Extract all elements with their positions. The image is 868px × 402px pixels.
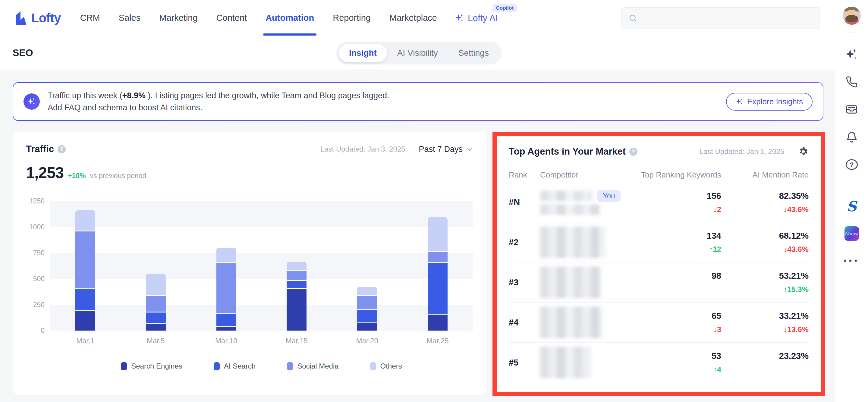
tab-settings[interactable]: Settings (448, 44, 499, 62)
bar-segment-others (216, 248, 236, 262)
mention-delta: ↓43.6% (721, 245, 809, 254)
bar-segment-ai-search (357, 310, 377, 322)
bar-segment-search-engines (216, 327, 236, 331)
mention-delta: - (721, 365, 809, 374)
x-tick: Mar.15 (277, 337, 316, 345)
divider (845, 186, 858, 186)
lofty-logo[interactable]: Lofty (14, 11, 61, 25)
bar-segment-search-engines (357, 323, 377, 331)
top-agents-header-right: Last Updated: Jan 1, 2025 (699, 146, 809, 157)
bar-group-mar-15[interactable] (287, 201, 307, 331)
tab-ai-visibility[interactable]: AI Visibility (387, 44, 448, 62)
top-agents-header: Top Agents in Your Market ? Last Updated… (509, 146, 809, 157)
legend-search-engines[interactable]: Search Engines (121, 362, 182, 370)
bar-segment-search-engines (146, 324, 166, 331)
bar-segment-social-media (428, 252, 447, 262)
explore-insights-button[interactable]: Explore Insights (726, 93, 812, 111)
column-ai-mention-rate: AI Mention Rate (721, 170, 809, 180)
keywords-delta: ↓3 (631, 325, 721, 334)
x-tick: Mar.25 (418, 337, 457, 345)
phone-icon[interactable] (846, 76, 858, 88)
keywords-delta: - (631, 285, 721, 294)
table-row: #4 65 ↓3 33.21% ↓13.6% (509, 302, 809, 342)
date-range-dropdown[interactable]: Past 7 Days (418, 145, 473, 154)
rank-cell: #N (509, 197, 540, 207)
avatar[interactable] (843, 7, 861, 25)
mention-cell: 68.12% ↓43.6% (721, 231, 809, 254)
nav-item-crm[interactable]: CRM (80, 10, 101, 26)
legend-others[interactable]: Others (370, 362, 402, 370)
bar-group-mar-20[interactable] (357, 201, 377, 331)
keywords-value: 156 (631, 191, 721, 201)
mention-cell: 82.35% ↓43.6% (721, 191, 809, 214)
legend-social-media[interactable]: Social Media (287, 362, 338, 370)
y-tick: 500 (33, 275, 44, 283)
copilot-badge: Copilot (493, 4, 518, 12)
notification-bell-icon[interactable] (845, 131, 858, 144)
canva-icon[interactable]: Canva (844, 226, 859, 241)
bar-group-mar-5[interactable] (146, 201, 166, 331)
competitor-cell (540, 267, 631, 298)
column-rank: Rank (509, 170, 540, 180)
more-options-icon[interactable]: ••• (844, 256, 860, 266)
bar-segment-ai-search (146, 312, 166, 323)
top-agents-last-updated: Last Updated: Jan 1, 2025 (699, 147, 784, 156)
keywords-value: 53 (631, 351, 721, 361)
table-header: Rank Competitor Top Ranking Keywords AI … (509, 170, 809, 183)
gear-icon[interactable] (798, 146, 809, 157)
inbox-icon[interactable] (845, 103, 858, 116)
main-nav: CRM Sales Marketing Content Automation R… (80, 10, 438, 26)
nav-item-content[interactable]: Content (216, 10, 248, 26)
global-search[interactable] (621, 7, 820, 29)
search-input[interactable] (642, 13, 813, 23)
mention-delta: ↑15.3% (721, 285, 809, 294)
table-row: #2 134 ↑12 68.12% ↓43.6% (509, 222, 809, 262)
bar-segment-others (357, 287, 377, 295)
nav-item-marketplace[interactable]: Marketplace (389, 10, 438, 26)
help-icon[interactable]: ? (845, 158, 858, 171)
bar-group-mar-25[interactable] (428, 201, 447, 331)
bar-segment-others (146, 274, 166, 295)
legend-swatch (370, 362, 376, 370)
bar-segment-social-media (75, 231, 95, 288)
mention-cell: 53.21% ↑15.3% (721, 271, 809, 294)
keywords-value: 134 (631, 231, 721, 241)
nav-item-reporting[interactable]: Reporting (332, 10, 371, 26)
brand-name: Lofty (31, 11, 61, 25)
traffic-chart: 1250 1000 750 500 250 0 (26, 201, 473, 331)
x-tick: Mar.10 (207, 337, 246, 345)
bar-segment-search-engines (428, 315, 447, 331)
ai-assistant-icon[interactable] (845, 48, 858, 61)
column-competitor: Competitor (540, 170, 631, 180)
bar-group-mar-10[interactable] (216, 201, 236, 331)
help-icon[interactable]: ? (58, 145, 66, 153)
bar-segment-others (428, 217, 447, 251)
legend-label: Search Engines (131, 362, 182, 370)
rank-cell: #4 (509, 318, 540, 328)
nav-item-sales[interactable]: Sales (118, 10, 141, 26)
nav-item-marketing[interactable]: Marketing (158, 10, 198, 26)
keywords-cell: 134 ↑12 (631, 231, 721, 254)
bar-segment-ai-search (428, 263, 447, 314)
nav-item-lofty-ai[interactable]: Lofty AI Copilot (455, 13, 498, 23)
tab-insight[interactable]: Insight (339, 44, 387, 62)
help-icon[interactable]: ? (629, 148, 638, 156)
competitor-cell (540, 227, 631, 258)
ai-sparkle-icon (24, 93, 40, 110)
bars (50, 201, 473, 331)
canva-label: Canva (845, 231, 858, 236)
legend-label: AI Search (224, 362, 255, 370)
mention-delta: ↓13.6% (721, 325, 809, 334)
mention-value: 23.23% (721, 351, 809, 361)
insight-text: Traffic up this week (+8.9% ). Listing p… (48, 90, 389, 114)
traffic-total: 1,253 (26, 164, 64, 182)
sparkle-icon (736, 98, 744, 105)
bar-group-mar-1[interactable] (75, 201, 95, 331)
you-badge: You (597, 190, 621, 202)
blurred-competitor-name (540, 227, 606, 258)
s-app-icon[interactable]: S (846, 199, 857, 213)
page-title: SEO (13, 47, 33, 58)
date-range-value: Past 7 Days (418, 145, 463, 154)
legend-ai-search[interactable]: AI Search (214, 362, 255, 370)
nav-item-automation[interactable]: Automation (265, 10, 315, 26)
